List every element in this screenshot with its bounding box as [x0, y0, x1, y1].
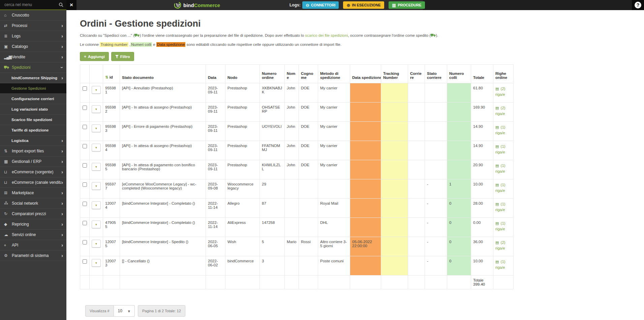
cell-colli[interactable] [447, 83, 471, 103]
add-button[interactable]: + Aggiungi [80, 52, 109, 61]
sidebar-item-configurazione-corrieri[interactable]: Configurazione corrieri [0, 94, 66, 104]
sidebar-item-scarico-file-spedizioni[interactable]: Scarico file spedizioni [0, 115, 66, 125]
order-rows-link[interactable]: ▤ (2)riga/e [495, 240, 505, 251]
order-rows-link[interactable]: ▤ (2)riga/e [495, 86, 505, 97]
order-rows-link[interactable]: ▤ (1)riga/e [495, 182, 505, 194]
row-actions-button[interactable]: ▾ [92, 86, 101, 94]
row-actions-button[interactable]: ▾ [92, 182, 101, 190]
row-checkbox[interactable] [83, 106, 87, 110]
row-actions-button[interactable]: ▾ [92, 201, 101, 209]
cell-colli[interactable] [447, 122, 471, 141]
sidebar-item-log-variazioni-stato[interactable]: Log variazioni stato [0, 104, 66, 115]
cell-colli[interactable]: 1 [447, 179, 471, 199]
row-checkbox[interactable] [83, 86, 87, 91]
cell-tracking[interactable] [381, 179, 408, 199]
order-rows-link[interactable]: ▤ (1)riga/e [495, 201, 505, 213]
truck-icon [134, 33, 140, 38]
sidebar-item-logs[interactable]: ≣Logs› [0, 31, 66, 41]
row-actions-button[interactable]: ▾ [92, 259, 101, 267]
sidebar-item-processi[interactable]: ⇄Processi› [0, 21, 66, 31]
sidebar-item-catalogo[interactable]: ▣Catalogo› [0, 41, 66, 52]
sidebar-item-ecommerce-sorgente[interactable]: ⊔eCommerce (sorgente)› [0, 167, 66, 177]
sidebar-item-gestione-spedizioni[interactable]: Gestione Spedizioni [0, 83, 66, 94]
cell-ordine: 29 [260, 179, 285, 199]
cell-tracking[interactable] [381, 160, 408, 179]
sidebar-item-vendite[interactable]: ▂▄▆Vendite› [0, 52, 66, 62]
row-checkbox[interactable] [83, 163, 87, 168]
cell-tracking[interactable] [381, 122, 408, 141]
sidebar-item-logistica[interactable]: Logistica› [0, 136, 66, 146]
close-menu-button[interactable]: × [66, 0, 76, 10]
sidebar-item-marketplace[interactable]: ⊞Marketplace› [0, 188, 66, 198]
order-rows-link[interactable]: ▤ (1)riga/e [495, 163, 505, 174]
sidebar-item-gestionali-erp[interactable]: ▦Gestionali / ERP› [0, 156, 66, 167]
cell-dataspe[interactable] [350, 199, 381, 218]
row-checkbox[interactable] [83, 221, 87, 225]
column-header-id[interactable]: ⇅id [103, 65, 120, 83]
sidebar-item-social-network[interactable]: ⁂Social network› [0, 198, 66, 209]
cell-dataspe[interactable] [350, 141, 381, 160]
row-actions-button[interactable]: ▾ [92, 124, 101, 132]
cell-tracking[interactable] [381, 141, 408, 160]
order-rows-link[interactable]: ▤ (1)riga/e [495, 144, 505, 155]
cell-dataspe[interactable]: 05-06-2022 22:00:00 [350, 237, 381, 256]
sidebar-item-api[interactable]: ‹›API› [0, 240, 66, 251]
row-actions-button[interactable]: ▾ [92, 163, 101, 171]
cell-colli[interactable] [447, 160, 471, 179]
help-button[interactable]: ? [632, 0, 644, 10]
sidebar-item-servizi-online[interactable]: ☁Servizi online› [0, 230, 66, 240]
sidebar-item-label: Catalogo [12, 44, 61, 49]
connettori-button[interactable]: ⊖CONNETTORI [302, 1, 339, 9]
order-rows-link[interactable]: ▤ (1)riga/e [495, 124, 505, 136]
sidebar-item-cruscotto[interactable]: ⌂Cruscotto [0, 10, 66, 21]
sidebar-item-tariffe-di-spedizione[interactable]: Tariffe di spedizione [0, 125, 66, 136]
cell-colli[interactable]: 0 [447, 256, 471, 275]
cell-dataspe[interactable] [350, 218, 381, 237]
row-checkbox[interactable] [83, 182, 87, 187]
page-size-select[interactable]: 10 ∨ [114, 305, 135, 317]
cell-colli[interactable] [447, 103, 471, 122]
row-checkbox[interactable] [83, 125, 87, 129]
cell-colli[interactable]: 0 [447, 218, 471, 237]
cell-tracking[interactable] [381, 199, 408, 218]
cell-dataspe[interactable] [350, 160, 381, 179]
row-checkbox[interactable] [83, 259, 87, 264]
row-actions-button[interactable]: ▾ [92, 240, 101, 248]
cell-dataspe[interactable] [350, 122, 381, 141]
sidebar-item-import-export-files[interactable]: ⇅Import export files› [0, 146, 66, 156]
cell-tracking[interactable] [381, 237, 408, 256]
cell-tracking[interactable] [381, 83, 408, 103]
cell-colli[interactable]: 0 [447, 237, 471, 256]
sidebar-item-parametri-di-sistema[interactable]: ⚙Parametri di sistema› [0, 251, 66, 261]
filter-button[interactable]: Filtro [111, 52, 134, 61]
sidebar-item-spedizioni[interactable]: Spedizioni› [0, 62, 66, 73]
cell-tracking[interactable] [381, 218, 408, 237]
search-icon[interactable] [59, 2, 63, 7]
sidebar-item-label: bindCommerce Shipping [11, 76, 61, 80]
procedure-button[interactable]: ▦PROCEDURE [389, 1, 425, 9]
sidebar-item-comparatori-prezzi[interactable]: ↻Comparatori prezzi› [0, 209, 66, 219]
cell-dataspe[interactable] [350, 83, 381, 103]
cell-dataspe[interactable] [350, 103, 381, 122]
sidebar-item-ecommerce-canale-vendita[interactable]: ⊔eCommerce (canale vendita)› [0, 177, 66, 188]
order-rows-link[interactable]: ▤ (1)riga/e [495, 259, 505, 270]
cell-dataspe[interactable] [350, 256, 381, 275]
cell-tracking[interactable] [381, 256, 408, 275]
sidebar-item-repricing[interactable]: ◆Repricing› [0, 219, 66, 230]
cell-colli[interactable]: 0 [447, 199, 471, 218]
order-rows-link[interactable]: ▤ (2)riga/e [495, 105, 505, 117]
menu-search-input[interactable] [4, 2, 59, 7]
order-rows-link[interactable]: ▤ (1)riga/e [495, 221, 505, 232]
row-actions-button[interactable]: ▾ [92, 144, 101, 151]
sidebar-item-bindcommerce-shipping[interactable]: bindCommerce Shipping› [0, 73, 66, 83]
row-actions-button[interactable]: ▾ [92, 221, 101, 228]
scarico-dei-file-spedizioni-link[interactable]: scarico dei file spedizioni [305, 33, 348, 37]
row-checkbox[interactable] [83, 202, 87, 206]
cell-dataspe[interactable] [350, 179, 381, 199]
cell-tracking[interactable] [381, 103, 408, 122]
cell-colli[interactable] [447, 141, 471, 160]
row-checkbox[interactable] [83, 144, 87, 148]
row-checkbox[interactable] [83, 240, 87, 244]
in-esecuzione-button[interactable]: ⊕IN ESECUZIONE [343, 1, 384, 9]
row-actions-button[interactable]: ▾ [92, 105, 101, 113]
